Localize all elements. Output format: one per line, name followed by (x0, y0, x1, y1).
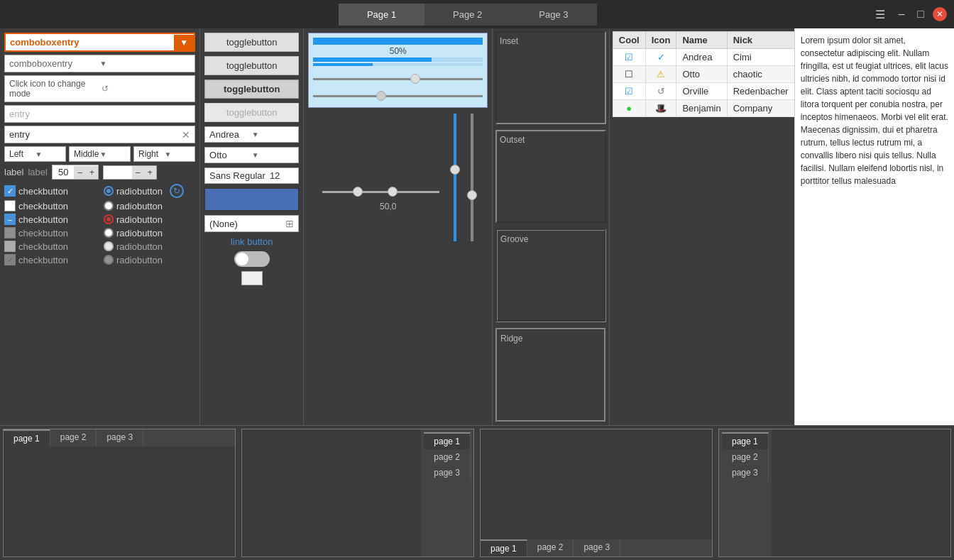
dropdown-left[interactable]: Left ▼ (4, 146, 66, 162)
nb1-tab-2[interactable]: page 2 (50, 429, 97, 446)
toggle-btn-3[interactable]: togglebutton (204, 79, 299, 99)
radio-3[interactable] (104, 214, 114, 224)
radio-4[interactable] (104, 228, 114, 238)
radiobutton-label-3: radiobutton (116, 214, 163, 225)
cell-nick-3: Redenbacher (727, 83, 794, 100)
radio-6 (104, 255, 114, 265)
nb1-tab-3[interactable]: page 3 (97, 429, 143, 446)
frames-panel: Inset Outset Groove Ridge (493, 28, 610, 425)
none-picker[interactable]: (None) ⊞ (204, 215, 299, 232)
v-slider-2[interactable] (471, 114, 473, 241)
checkbox-1[interactable]: ✓ (4, 185, 16, 197)
range-thumb-left (353, 187, 363, 197)
sliders-panel: 50% (304, 28, 493, 425)
small-checkbox[interactable] (241, 271, 263, 285)
nb2-tab-2[interactable]: page 2 (424, 449, 471, 465)
dropdown-right[interactable]: Right ▼ (133, 146, 195, 162)
toggle-btn-1[interactable]: togglebutton (204, 33, 299, 52)
nb4-tab-2[interactable]: page 2 (722, 449, 769, 465)
switch-toggle[interactable] (234, 251, 270, 267)
tab-page3[interactable]: Page 3 (510, 4, 596, 26)
nb4-tab-1[interactable]: page 1 (722, 432, 769, 449)
nb3-tab-1[interactable]: page 1 (481, 539, 527, 556)
nb2-tab-1[interactable]: page 1 (424, 432, 471, 449)
h-slider-thumb-2[interactable] (313, 89, 483, 103)
close-button[interactable]: ✕ (933, 7, 947, 21)
label-spinner-row: label label 50 – + – + (4, 165, 195, 180)
data-table: Cool Icon Name Nick ☑ ✓ Andrea Cimi ☐ ⚠ … (613, 31, 795, 117)
v-slider-thumb-2 (467, 190, 477, 200)
spinner1-up[interactable]: + (86, 166, 98, 179)
cell-icon-2: ⚠ (645, 66, 676, 83)
clear-button[interactable]: ✕ (177, 128, 194, 142)
checkbutton-label-6: checkbutton (18, 255, 68, 265)
entry-placeholder: entry (9, 109, 30, 119)
spinner1-down[interactable]: – (74, 166, 86, 179)
nb2-tab-3[interactable]: page 3 (424, 465, 471, 481)
topbar: Page 1 Page 2 Page 3 ☰ – □ ✕ (0, 0, 954, 28)
v-sliders-area: 50,0 (308, 108, 488, 250)
nb2-content (242, 429, 421, 556)
cell-nick-1: Cimi (727, 49, 794, 66)
combobox-active-dropdown[interactable]: ▼ (174, 35, 194, 50)
checkbox-4 (4, 227, 16, 238)
h-slider-1[interactable] (313, 38, 483, 45)
entry-with-clear: ✕ (4, 126, 195, 143)
copy-icon[interactable]: ⊞ (285, 218, 294, 229)
table-row: ● 🎩 Benjamin Company (613, 100, 794, 117)
toggle-btn-2[interactable]: togglebutton (204, 56, 299, 75)
spinner-refresh[interactable]: ↻ (170, 184, 184, 198)
checkradio-row-5: checkbutton radiobutton (4, 241, 195, 252)
check-item-5: checkbutton (4, 241, 97, 252)
combo-otto[interactable]: Otto ▼ (204, 147, 299, 163)
nb3-tab-2[interactable]: page 2 (527, 539, 574, 556)
entry-clear-input[interactable] (5, 126, 177, 143)
combobox-normal[interactable]: comboboxentry ▼ (4, 55, 195, 72)
slider-thumb-2 (376, 91, 386, 101)
spinner2-down[interactable]: – (132, 166, 144, 179)
h-slider-thumb-1[interactable] (313, 72, 483, 86)
notebook-4: page 1 page 2 page 3 (718, 429, 951, 557)
check-item-2: checkbutton (4, 200, 97, 212)
radio-1[interactable] (104, 186, 114, 196)
outset-frame: Outset (495, 130, 606, 223)
table-row: ☐ ⚠ Otto chaotic (613, 66, 794, 83)
notebook-1: page 1 page 2 page 3 (3, 429, 236, 557)
nb4-tab-3[interactable]: page 3 (722, 465, 769, 481)
v-slider-1[interactable] (454, 114, 456, 241)
cell-cool-4: ● (613, 100, 645, 117)
restore-button[interactable]: □ (913, 6, 928, 22)
checkbox-3[interactable]: – (4, 214, 16, 225)
combobox-normal-arrow[interactable]: ▼ (100, 60, 191, 67)
combo-otto-value: Otto (209, 150, 252, 160)
radio-2[interactable] (104, 201, 114, 211)
nb1-tab-1[interactable]: page 1 (4, 429, 50, 446)
combo-andrea[interactable]: Andrea ▼ (204, 126, 299, 143)
minimize-button[interactable]: – (894, 6, 909, 22)
h-range-slider[interactable] (322, 185, 439, 199)
tab-page1[interactable]: Page 1 (339, 4, 424, 26)
checkbutton-label-4: checkbutton (18, 228, 68, 238)
h-slider-3[interactable] (313, 63, 483, 66)
table-panel: Cool Icon Name Nick ☑ ✓ Andrea Cimi ☐ ⚠ … (610, 28, 794, 425)
nb3-tab-3[interactable]: page 3 (574, 539, 620, 556)
dropdown-left-value: Left (9, 149, 35, 159)
menu-icon[interactable]: ☰ (871, 6, 889, 23)
dropdown-middle[interactable]: Middle ▼ (69, 146, 131, 162)
tab-page2[interactable]: Page 2 (424, 4, 510, 26)
entry-row[interactable]: entry (4, 105, 195, 123)
color-swatch[interactable] (204, 188, 299, 211)
font-picker[interactable]: Sans Regular 12 (204, 168, 299, 184)
checkbox-5[interactable] (4, 241, 16, 252)
combo-otto-arrow: ▼ (252, 151, 295, 159)
nb1-content (4, 446, 235, 556)
checkbox-2[interactable] (4, 200, 16, 212)
combobox-active-input[interactable] (6, 34, 174, 50)
h-slider-2[interactable] (313, 57, 483, 62)
spinner2: – + (103, 165, 157, 180)
spinner2-up[interactable]: + (144, 166, 156, 179)
table-header-row: Cool Icon Name Nick (613, 32, 794, 49)
link-button[interactable]: link button (204, 236, 299, 247)
refresh-icon[interactable]: ↺ (102, 84, 191, 94)
mid-panel: togglebutton togglebutton togglebutton t… (200, 28, 304, 425)
